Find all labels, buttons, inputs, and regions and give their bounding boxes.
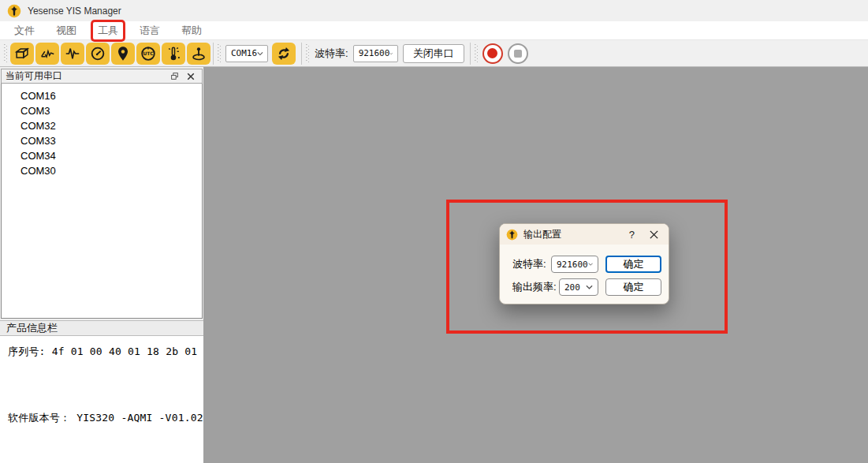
product-info-header: 产品信息栏: [0, 320, 203, 336]
dialog-frequency-select[interactable]: 200: [559, 278, 598, 296]
pin-probe-icon: [190, 45, 207, 62]
port-select-value: COM16: [231, 48, 257, 58]
close-serial-port-button[interactable]: 关闭串口: [403, 44, 464, 63]
close-icon: [187, 73, 195, 80]
record-icon: [487, 48, 497, 58]
workspace-area: 输出配置 ? 波特率: 921600 确定: [203, 67, 868, 463]
toolbar-drag-handle[interactable]: [4, 44, 7, 63]
serial-number-label: 序列号:: [8, 345, 46, 357]
serial-port-item[interactable]: COM30: [2, 163, 202, 178]
utc-clock-icon: UTC: [140, 45, 157, 62]
dialog-close-button[interactable]: [646, 228, 662, 241]
chevron-down-icon: [586, 285, 593, 289]
toolbar-separator: [470, 43, 471, 65]
product-info-title: 产品信息栏: [6, 321, 58, 335]
3d-cube-button[interactable]: [10, 43, 34, 65]
dialog-titlebar: 输出配置 ?: [500, 224, 669, 245]
attitude-curve-button[interactable]: [35, 43, 59, 65]
dialog-logo-icon: [506, 229, 518, 241]
baud-confirm-button[interactable]: 确定: [605, 256, 661, 273]
menubar: 文件 视图 工具 语言 帮助: [0, 21, 868, 39]
menu-language[interactable]: 语言: [135, 22, 165, 39]
product-info-panel: 序列号: 4f 01 00 40 01 18 2b 01 软件版本号： YIS3…: [0, 336, 203, 463]
waveform-angle-icon: [39, 45, 56, 62]
app-logo-icon: [7, 4, 21, 18]
toolbar-drag-handle[interactable]: [218, 44, 221, 63]
output-frequency-row: 输出频率: 200 确定: [500, 278, 669, 296]
temperature-button[interactable]: [162, 43, 185, 65]
serial-port-item[interactable]: COM3: [2, 103, 202, 118]
baud-rate-value: 921600: [359, 48, 390, 58]
location-pin-icon: [114, 45, 132, 62]
close-dock-button[interactable]: [183, 73, 199, 80]
chevron-down-icon: [257, 51, 263, 56]
menu-view[interactable]: 视图: [51, 22, 81, 39]
serial-port-item[interactable]: COM32: [2, 118, 202, 133]
serial-port-item[interactable]: COM33: [2, 133, 202, 148]
serial-number-value: 4f 01 00 40 01 18 2b 01: [52, 345, 198, 357]
menu-help[interactable]: 帮助: [177, 22, 207, 39]
window-title: Yesense YIS Manager: [28, 6, 121, 17]
record-button[interactable]: [482, 43, 503, 64]
dialog-frequency-value: 200: [564, 282, 580, 293]
serial-port-item[interactable]: COM34: [2, 148, 202, 163]
probe-button[interactable]: [187, 43, 210, 65]
stop-icon: [514, 50, 522, 58]
baud-rate-label: 波特率:: [315, 47, 348, 61]
serial-port-list: COM16COM3COM32COM33COM34COM30: [1, 84, 203, 319]
output-config-dialog: 输出配置 ? 波特率: 921600 确定: [499, 223, 669, 304]
frequency-confirm-button[interactable]: 确定: [605, 278, 661, 296]
dialog-help-button[interactable]: ?: [629, 229, 646, 241]
software-version-label: 软件版本号：: [8, 412, 70, 424]
refresh-icon: [276, 46, 292, 62]
toolbar-drag-handle[interactable]: [475, 44, 478, 63]
close-icon: [649, 230, 659, 240]
baud-rate-select[interactable]: 921600: [353, 45, 398, 62]
location-button[interactable]: [111, 43, 135, 65]
gauge-button[interactable]: [86, 43, 110, 65]
app-window: Yesense YIS Manager 文件 视图 工具 语言 帮助: [0, 0, 868, 463]
port-select[interactable]: COM16: [225, 45, 268, 62]
gauge-icon: [89, 45, 106, 62]
software-version-line: 软件版本号： YIS320 -AQMI -V01.02.03;: [8, 411, 197, 425]
menu-tools[interactable]: 工具: [93, 22, 123, 39]
dialog-baud-select[interactable]: 921600: [551, 256, 598, 273]
toolbar: UTC COM16: [0, 39, 868, 67]
dialog-title: 输出配置: [523, 228, 629, 241]
toolbar-drag-handle[interactable]: [306, 44, 309, 63]
menu-file[interactable]: 文件: [9, 22, 39, 39]
titlebar: Yesense YIS Manager: [0, 0, 868, 21]
cube-icon: [13, 45, 31, 62]
dialog-baud-label: 波特率:: [512, 257, 546, 271]
chevron-down-icon: [588, 262, 593, 267]
float-dock-button[interactable]: [166, 72, 183, 80]
svg-text:UTC: UTC: [143, 50, 153, 56]
toolbar-separator: [301, 43, 302, 65]
dialog-baud-value: 921600: [557, 260, 588, 270]
pulse-curve-button[interactable]: [61, 43, 84, 65]
baud-rate-row: 波特率: 921600 确定: [500, 256, 669, 273]
ports-dock-title: 当前可用串口: [6, 69, 62, 83]
waveform-pulse-icon: [64, 45, 81, 62]
float-window-icon: [170, 72, 179, 80]
stop-button[interactable]: [508, 43, 528, 64]
dialog-frequency-label: 输出频率:: [512, 280, 557, 294]
toolbar-separator: [213, 43, 214, 65]
thermometer-icon: [165, 45, 182, 62]
serial-number-line: 序列号: 4f 01 00 40 01 18 2b 01: [8, 345, 197, 359]
refresh-ports-button[interactable]: [272, 43, 296, 65]
left-sidebar: 当前可用串口 COM16COM3COM32COM33COM34COM30 产品信…: [0, 67, 203, 463]
utc-clock-button[interactable]: UTC: [136, 43, 160, 65]
chevron-down-icon: [389, 51, 393, 56]
ports-dock-header: 当前可用串口: [1, 69, 203, 84]
serial-port-item[interactable]: COM16: [2, 88, 202, 103]
